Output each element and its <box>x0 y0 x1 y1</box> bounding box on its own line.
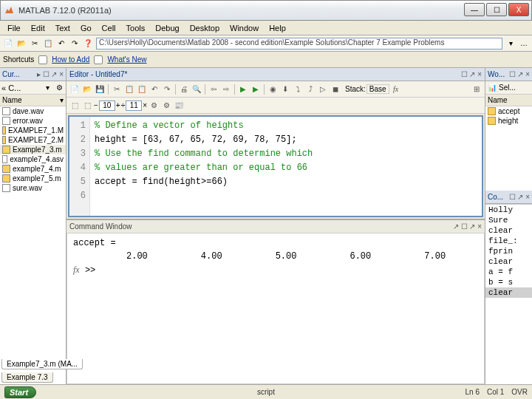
cell-tool2-icon[interactable]: ⚙ <box>160 100 172 112</box>
file-row[interactable]: example7_4.asv <box>0 154 66 164</box>
dock-icon[interactable]: ⊞ <box>471 83 482 95</box>
cell-num-2[interactable] <box>126 100 142 111</box>
find-icon[interactable]: 🔍 <box>191 83 202 95</box>
cell-num-1[interactable] <box>99 100 115 111</box>
paste-icon[interactable]: 📋 <box>136 83 148 95</box>
close-button[interactable]: X <box>508 3 529 16</box>
menu-edit[interactable]: Edit <box>27 22 50 34</box>
workspace-var[interactable]: height <box>485 116 532 126</box>
start-button[interactable]: Start <box>4 386 36 398</box>
open-icon[interactable]: 📂 <box>81 83 93 95</box>
chevron-down-icon[interactable]: ▾ <box>42 83 52 93</box>
editor-window-controls[interactable]: ☐ ↗ × <box>461 70 482 78</box>
menu-help[interactable]: Help <box>265 22 290 34</box>
run-section-icon[interactable]: ▶ <box>250 83 262 95</box>
cut-icon[interactable]: ✂ <box>111 83 123 95</box>
workspace-controls[interactable]: ☐ ↗ × <box>509 70 530 78</box>
step-out-icon[interactable]: ⤴ <box>304 83 316 95</box>
statusbar: Start script Ln 6 Col 1 OVR <box>0 384 532 399</box>
step-in-icon[interactable]: ⤵ <box>292 83 304 95</box>
code-area[interactable]: % Define a vector of heights height = [6… <box>90 117 482 216</box>
menu-window[interactable]: Window <box>225 22 263 34</box>
run-icon[interactable]: ▶ <box>237 83 249 95</box>
file-row[interactable]: example7_4.m <box>0 164 66 174</box>
stack-base[interactable]: Base <box>366 84 389 94</box>
file-row[interactable]: error.wav <box>0 116 66 126</box>
tab-example-file[interactable]: Example7_3.m (MA... <box>1 359 83 369</box>
select-label[interactable]: Sel... <box>499 83 516 92</box>
undo-icon[interactable]: ↶ <box>56 38 66 49</box>
cmd-win-controls[interactable]: ↗ ☐ ↗ × <box>453 222 482 231</box>
history-item[interactable]: clear <box>485 225 532 236</box>
window-title: MATLAB 7.12.0 (R2011a) <box>18 6 112 15</box>
file-list-header[interactable]: Name ▾ <box>0 95 66 106</box>
menu-debug[interactable]: Debug <box>151 22 183 34</box>
cell-tool-icon[interactable]: ⚙ <box>148 100 160 112</box>
path-dropdown-icon[interactable]: ▾ <box>505 38 516 49</box>
undo-icon[interactable]: ↶ <box>149 83 160 95</box>
menu-tools[interactable]: Tools <box>122 22 150 34</box>
back-icon[interactable]: ⇦ <box>208 83 219 95</box>
fx-icon[interactable]: fx <box>390 83 402 95</box>
redo-icon[interactable]: ↷ <box>69 38 80 49</box>
copy-icon[interactable]: 📋 <box>43 38 53 49</box>
chevron-down-icon[interactable]: ▾ <box>60 96 64 104</box>
cell-prev-icon[interactable]: ⬚ <box>69 100 81 112</box>
shortcuts-bar: Shortcuts How to Add What's New <box>0 52 532 68</box>
new-file-icon[interactable]: 📄 <box>3 38 13 49</box>
history-item[interactable]: Holly <box>485 205 532 215</box>
workspace-list-header[interactable]: Name <box>485 95 532 106</box>
history-item[interactable]: clear <box>485 287 532 298</box>
editor-body[interactable]: 123456 % Define a vector of heights heig… <box>68 115 483 217</box>
history-item[interactable]: a = f <box>485 267 532 277</box>
file-row[interactable]: dave.wav <box>0 106 66 116</box>
publish-icon[interactable]: 📰 <box>173 100 185 112</box>
redo-icon[interactable]: ↷ <box>161 83 173 95</box>
history-list[interactable]: HollySureclearfile_:fprincleara = fb = s… <box>485 204 532 384</box>
history-item[interactable]: Sure <box>485 215 532 225</box>
current-path[interactable]: C:\Users\Holly\Documents\Matlab 2008 - s… <box>96 38 502 50</box>
file-row[interactable]: Example7_3.m <box>0 145 66 154</box>
print-icon[interactable]: 🖨 <box>178 83 190 95</box>
command-window-body[interactable]: accept = 2.00 4.00 5.00 6.00 7.00 fx >> <box>66 233 485 384</box>
step-icon[interactable]: ⬇ <box>279 83 291 95</box>
gear-icon[interactable]: ⚙ <box>54 83 64 93</box>
menu-go[interactable]: Go <box>76 22 96 34</box>
menu-text[interactable]: Text <box>51 22 75 34</box>
plot-icon[interactable]: 📊 <box>487 83 497 93</box>
file-row[interactable]: EXAMPLE7_2.M <box>0 135 66 145</box>
workspace-var[interactable]: accept <box>485 106 532 116</box>
history-item[interactable]: b = s <box>485 277 532 287</box>
open-file-icon[interactable]: 📂 <box>16 38 27 49</box>
help-icon[interactable]: ❓ <box>83 38 93 49</box>
fx-prompt-icon[interactable]: fx <box>73 265 80 275</box>
file-row[interactable]: EXAMPLE7_1.M <box>0 126 66 135</box>
save-icon[interactable]: 💾 <box>94 83 106 95</box>
history-controls[interactable]: ☐ ↗ × <box>509 193 530 201</box>
menu-file[interactable]: File <box>3 22 25 34</box>
breakpoint-icon[interactable]: ◉ <box>267 83 279 95</box>
folder-combo[interactable]: « C... ▾ ⚙ <box>0 81 66 95</box>
shortcut-whatsnew[interactable]: What's New <box>107 55 146 64</box>
menu-desktop[interactable]: Desktop <box>185 22 224 34</box>
tab-example-name[interactable]: Example 7.3 <box>1 372 53 383</box>
browse-icon[interactable]: … <box>519 38 529 49</box>
shortcut-howto[interactable]: How to Add <box>52 55 89 64</box>
command-window-title: Command Window <box>69 222 132 231</box>
continue-icon[interactable]: ▷ <box>317 83 329 95</box>
new-icon[interactable]: 📄 <box>69 83 81 95</box>
history-item[interactable]: file_: <box>485 236 532 246</box>
panel-menu-icon[interactable]: ▸ ☐ ↗ × <box>37 70 64 78</box>
maximize-button[interactable]: ☐ <box>486 3 507 16</box>
file-row[interactable]: example7_5.m <box>0 174 66 183</box>
minimize-button[interactable]: — <box>464 3 485 16</box>
menu-cell[interactable]: Cell <box>98 22 120 34</box>
copy-icon[interactable]: 📋 <box>123 83 135 95</box>
history-item[interactable]: clear <box>485 256 532 267</box>
cell-next-icon[interactable]: ⬚ <box>81 100 93 112</box>
stop-icon[interactable]: ◼ <box>330 83 341 95</box>
file-row[interactable]: sure.wav <box>0 183 66 193</box>
history-item[interactable]: fprin <box>485 246 532 256</box>
forward-icon[interactable]: ⇨ <box>220 83 232 95</box>
cut-icon[interactable]: ✂ <box>30 38 40 49</box>
